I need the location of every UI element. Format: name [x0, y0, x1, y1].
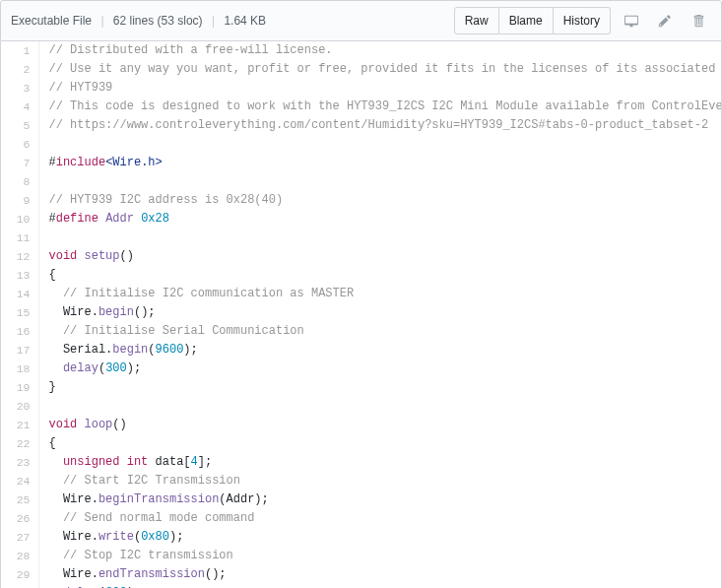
code-line: 28 // Stop I2C transmission	[1, 547, 722, 565]
line-content[interactable]: // Start I2C Transmission	[38, 472, 722, 490]
code-line: 30 delay(300);	[1, 584, 722, 588]
code-line: 18 delay(300);	[1, 359, 722, 378]
trashcan-icon[interactable]	[686, 8, 711, 33]
code-line: 11	[1, 229, 722, 247]
line-number[interactable]: 5	[1, 116, 38, 135]
line-content[interactable]: // Send normal mode command	[38, 509, 722, 528]
line-number[interactable]: 13	[1, 266, 38, 285]
code-line: 12void setup()	[1, 247, 722, 266]
line-number[interactable]: 17	[1, 341, 38, 359]
file-size: 1.64 KB	[224, 14, 266, 28]
line-content[interactable]	[38, 229, 722, 247]
line-content[interactable]: void setup()	[38, 247, 722, 266]
code-line: 1// Distributed with a free-will license…	[1, 41, 722, 60]
history-button[interactable]: History	[554, 7, 611, 34]
code-line: 23 unsigned int data[4];	[1, 453, 722, 472]
line-number[interactable]: 9	[1, 191, 38, 210]
line-content[interactable]: Wire.beginTransmission(Addr);	[38, 490, 722, 509]
code-line: 21void loop()	[1, 416, 722, 434]
code-line: 4// This code is designed to work with t…	[1, 98, 722, 116]
line-content[interactable]: void loop()	[38, 416, 722, 434]
line-number[interactable]: 2	[1, 60, 38, 79]
line-content[interactable]: // Use it any way you want, profit or fr…	[38, 60, 722, 79]
line-content[interactable]: unsigned int data[4];	[38, 453, 722, 472]
code-line: 2// Use it any way you want, profit or f…	[1, 60, 722, 79]
file-actions: Raw Blame History	[454, 7, 711, 34]
code-line: 29 Wire.endTransmission();	[1, 565, 722, 584]
code-line: 6	[1, 135, 722, 154]
code-line: 15 Wire.begin();	[1, 303, 722, 322]
line-number[interactable]: 19	[1, 378, 38, 397]
desktop-icon[interactable]	[619, 8, 644, 33]
code-line: 22{	[1, 434, 722, 453]
line-number[interactable]: 30	[1, 584, 38, 588]
code-table: 1// Distributed with a free-will license…	[1, 41, 722, 588]
code-line: 20	[1, 397, 722, 416]
line-content[interactable]: Wire.begin();	[38, 303, 722, 322]
code-line: 24 // Start I2C Transmission	[1, 472, 722, 490]
line-content[interactable]	[38, 172, 722, 191]
line-content[interactable]	[38, 135, 722, 154]
line-content[interactable]: // HYT939 I2C address is 0x28(40)	[38, 191, 722, 210]
separator: |	[212, 14, 215, 28]
line-number[interactable]: 22	[1, 434, 38, 453]
code-line: 9// HYT939 I2C address is 0x28(40)	[1, 191, 722, 210]
blame-button[interactable]: Blame	[499, 7, 554, 34]
pencil-icon[interactable]	[652, 8, 678, 33]
line-content[interactable]: // This code is designed to work with th…	[38, 98, 722, 116]
line-number[interactable]: 26	[1, 509, 38, 528]
line-content[interactable]: Serial.begin(9600);	[38, 341, 722, 359]
line-content[interactable]: }	[38, 378, 722, 397]
line-number[interactable]: 29	[1, 565, 38, 584]
code-line: 19}	[1, 378, 722, 397]
line-content[interactable]: delay(300);	[38, 584, 722, 588]
line-number[interactable]: 27	[1, 528, 38, 547]
line-number[interactable]: 28	[1, 547, 38, 565]
line-number[interactable]: 18	[1, 359, 38, 378]
line-number[interactable]: 10	[1, 210, 38, 229]
line-content[interactable]: // Initialise Serial Communication	[38, 322, 722, 341]
line-number[interactable]: 15	[1, 303, 38, 322]
line-content[interactable]: #include<Wire.h>	[38, 154, 722, 172]
line-content[interactable]: Wire.endTransmission();	[38, 565, 722, 584]
line-number[interactable]: 21	[1, 416, 38, 434]
line-number[interactable]: 6	[1, 135, 38, 154]
line-number[interactable]: 7	[1, 154, 38, 172]
line-number[interactable]: 25	[1, 490, 38, 509]
line-content[interactable]: Wire.write(0x80);	[38, 528, 722, 547]
line-content[interactable]: #define Addr 0x28	[38, 210, 722, 229]
line-content[interactable]: // HYT939	[38, 79, 722, 98]
line-content[interactable]: // https://www.controleverything.com/con…	[38, 116, 722, 135]
separator: |	[100, 14, 103, 28]
line-content[interactable]: // Distributed with a free-will license.	[38, 41, 722, 60]
line-content[interactable]: // Stop I2C transmission	[38, 547, 722, 565]
line-content[interactable]: {	[38, 266, 722, 285]
line-content[interactable]: {	[38, 434, 722, 453]
line-number[interactable]: 24	[1, 472, 38, 490]
line-content[interactable]: delay(300);	[38, 359, 722, 378]
line-number[interactable]: 8	[1, 172, 38, 191]
line-number[interactable]: 14	[1, 285, 38, 303]
line-content[interactable]	[38, 397, 722, 416]
code-line: 10#define Addr 0x28	[1, 210, 722, 229]
code-line: 7#include<Wire.h>	[1, 154, 722, 172]
line-number[interactable]: 12	[1, 247, 38, 266]
code-line: 26 // Send normal mode command	[1, 509, 722, 528]
line-number[interactable]: 4	[1, 98, 38, 116]
line-number[interactable]: 16	[1, 322, 38, 341]
line-number[interactable]: 20	[1, 397, 38, 416]
raw-button[interactable]: Raw	[454, 7, 499, 34]
line-number[interactable]: 11	[1, 229, 38, 247]
code-line: 5// https://www.controleverything.com/co…	[1, 116, 722, 135]
file-line-info: 62 lines (53 sloc)	[113, 14, 203, 28]
line-number[interactable]: 23	[1, 453, 38, 472]
code-line: 27 Wire.write(0x80);	[1, 528, 722, 547]
code-line: 25 Wire.beginTransmission(Addr);	[1, 490, 722, 509]
line-number[interactable]: 1	[1, 41, 38, 60]
code-line: 13{	[1, 266, 722, 285]
line-number[interactable]: 3	[1, 79, 38, 98]
file-header: Executable File | 62 lines (53 sloc) | 1…	[0, 0, 722, 41]
file-info: Executable File | 62 lines (53 sloc) | 1…	[11, 14, 266, 28]
button-group: Raw Blame History	[454, 7, 611, 34]
line-content[interactable]: // Initialise I2C communication as MASTE…	[38, 285, 722, 303]
